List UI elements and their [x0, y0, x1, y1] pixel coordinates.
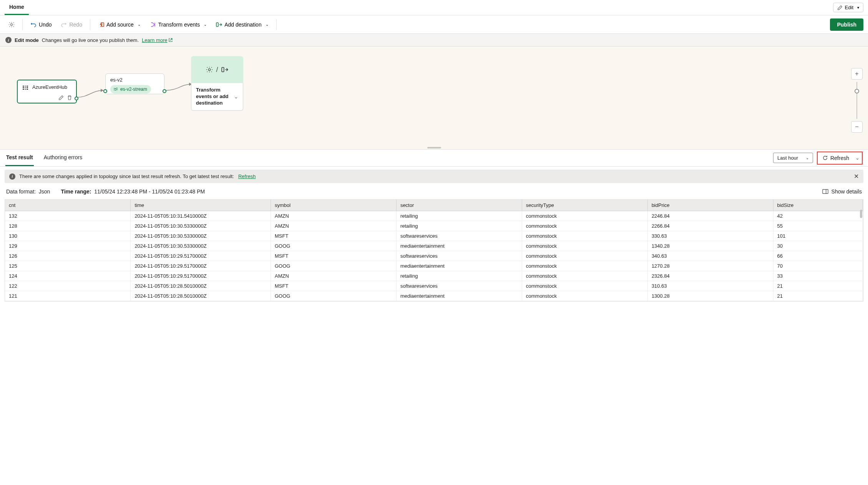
edit-label: Edit [845, 5, 853, 10]
time-range-value: 11/05/24 12:23:48 PM - 11/05/24 01:23:48… [94, 188, 205, 195]
zoom-in-button[interactable]: + [851, 68, 863, 80]
cell-bidPrice: 2326.84 [647, 271, 773, 281]
cell-securityType: commonstock [522, 241, 647, 251]
node-destination-placeholder[interactable]: / Transform events or add destination ⌄ [191, 56, 243, 111]
cell-securityType: commonstock [522, 271, 647, 281]
col-header-bidsize[interactable]: bidSize [773, 200, 863, 211]
chevron-down-icon[interactable]: ⌄ [855, 155, 861, 161]
tab-authoring-errors[interactable]: Authoring errors [43, 150, 83, 166]
cell-cnt: 129 [5, 241, 131, 251]
cell-securityType: commonstock [522, 221, 647, 231]
edit-dropdown[interactable]: Edit ▾ [833, 3, 863, 12]
output-port[interactable] [75, 97, 78, 100]
table-row[interactable]: 1222024-11-05T05:10:28.5010000ZMSFTsoftw… [5, 281, 863, 291]
transform-icon [150, 22, 156, 28]
cell-sector: retailing [396, 221, 522, 231]
cell-symbol: GOOG [271, 241, 397, 251]
svg-rect-2 [216, 23, 218, 27]
node-stream-title: es-v2 [110, 77, 159, 83]
delete-node-icon[interactable] [67, 95, 72, 100]
redo-label: Redo [69, 22, 82, 28]
cell-cnt: 130 [5, 231, 131, 241]
undo-label: Undo [39, 22, 51, 28]
col-header-bidprice[interactable]: bidPrice [647, 200, 773, 211]
cell-bidSize: 21 [773, 291, 863, 301]
close-banner-button[interactable]: ✕ [854, 173, 859, 180]
cell-cnt: 121 [5, 291, 131, 301]
scrollbar[interactable] [860, 210, 862, 218]
add-source-button[interactable]: Add source ⌄ [94, 19, 144, 30]
col-header-sector[interactable]: sector [396, 200, 522, 211]
transform-events-button[interactable]: Transform events ⌄ [146, 19, 211, 30]
table-row[interactable]: 1282024-11-05T05:10:30.5330000ZAMZNretai… [5, 221, 863, 231]
stream-pill-label: es-v2-stream [120, 87, 147, 92]
input-port[interactable] [103, 89, 107, 93]
panel-resize-grip[interactable] [427, 147, 441, 148]
undo-button[interactable]: Undo [27, 19, 55, 30]
col-header-symbol[interactable]: symbol [271, 200, 397, 211]
chevron-down-icon: ⌄ [204, 22, 207, 27]
zoom-slider[interactable] [856, 82, 857, 119]
cell-bidPrice: 330.63 [647, 231, 773, 241]
table-row[interactable]: 1322024-11-05T05:10:31.5410000ZAMZNretai… [5, 211, 863, 221]
time-window-select[interactable]: Last hour ⌄ [773, 153, 813, 163]
divider [276, 19, 277, 30]
results-table: cnt time symbol sector securityType bidP… [5, 199, 863, 302]
refresh-label: Refresh [830, 155, 849, 161]
col-header-time[interactable]: time [131, 200, 271, 211]
warn-message: There are some changes applied in topolo… [19, 173, 234, 179]
cell-cnt: 128 [5, 221, 131, 231]
add-destination-button[interactable]: Add destination ⌄ [212, 19, 272, 30]
table-row[interactable]: 1292024-11-05T05:10:30.5330000ZGOOGmedia… [5, 241, 863, 251]
cell-symbol: MSFT [271, 231, 397, 241]
table-header-row: cnt time symbol sector securityType bidP… [5, 200, 863, 211]
cell-bidSize: 30 [773, 241, 863, 251]
svg-rect-11 [27, 89, 28, 90]
add-source-label: Add source [106, 22, 134, 28]
settings-button[interactable] [5, 19, 18, 30]
table-row[interactable]: 1302024-11-05T05:10:30.5330000ZMSFTsoftw… [5, 231, 863, 241]
cell-bidPrice: 1270.28 [647, 261, 773, 271]
col-header-securitytype[interactable]: securityType [522, 200, 647, 211]
data-format-label: Data format: [6, 188, 36, 195]
col-header-cnt[interactable]: cnt [5, 200, 131, 211]
edit-mode-label: Edit mode [15, 37, 39, 43]
redo-button[interactable]: Redo [57, 19, 86, 30]
stream-icon [113, 87, 118, 92]
zoom-control: + − [851, 68, 863, 133]
show-details-label: Show details [831, 188, 862, 195]
table-row[interactable]: 1212024-11-05T05:10:28.5010000ZGOOGmedia… [5, 291, 863, 301]
cell-sector: softwareservices [396, 231, 522, 241]
zoom-out-button[interactable]: − [851, 121, 863, 133]
cell-symbol: GOOG [271, 261, 397, 271]
chevron-down-icon[interactable]: ⌄ [234, 94, 238, 100]
table-row[interactable]: 1252024-11-05T05:10:29.5170000ZGOOGmedia… [5, 261, 863, 271]
svg-point-12 [209, 68, 211, 70]
publish-button[interactable]: Publish [830, 18, 863, 31]
time-window-value: Last hour [777, 155, 798, 161]
tab-home[interactable]: Home [5, 0, 29, 15]
cell-time: 2024-11-05T05:10:30.5330000Z [131, 231, 271, 241]
data-format-value: Json [39, 188, 50, 195]
table-row[interactable]: 1262024-11-05T05:10:29.5170000ZMSFTsoftw… [5, 251, 863, 261]
edge-source-to-stream [77, 89, 105, 100]
node-source-azureeventhub[interactable]: AzureEventHub [17, 80, 77, 103]
cell-time: 2024-11-05T05:10:30.5330000Z [131, 221, 271, 231]
svg-point-0 [11, 23, 13, 25]
output-port[interactable] [163, 89, 166, 93]
edit-node-icon[interactable] [58, 95, 64, 100]
cell-sector: softwareservices [396, 251, 522, 261]
refresh-button[interactable]: Refresh [818, 153, 853, 163]
cell-symbol: GOOG [271, 291, 397, 301]
external-link-icon [168, 38, 173, 42]
show-details-button[interactable]: Show details [822, 188, 862, 195]
svg-rect-7 [25, 87, 26, 88]
refresh-link[interactable]: Refresh [238, 173, 256, 179]
cell-bidPrice: 2246.84 [647, 211, 773, 221]
topology-canvas[interactable]: AzureEventHub es-v2 es-v2-stream / Trans… [0, 47, 868, 150]
node-stream-esv2[interactable]: es-v2 es-v2-stream [105, 73, 164, 94]
table-row[interactable]: 1242024-11-05T05:10:29.5170000ZAMZNretai… [5, 271, 863, 281]
tab-test-result[interactable]: Test result [5, 150, 34, 166]
learn-more-link[interactable]: Learn more [142, 37, 173, 43]
node-source-title: AzureEventHub [32, 84, 67, 90]
